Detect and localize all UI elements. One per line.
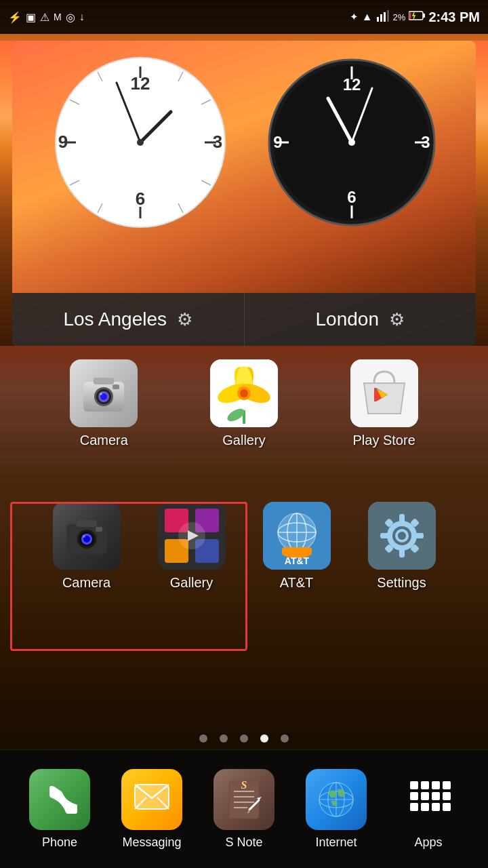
status-icons-right: ✦ ▲ 2% 2:43 PM (350, 9, 480, 25)
status-bar: ⚡ ▣ ⚠ M ◎ ↓ ✦ ▲ 2% 2:43 PM (0, 0, 488, 34)
svg-text:9: 9 (273, 133, 282, 151)
svg-rect-131 (432, 792, 440, 800)
gallery-dark-label: Gallery (170, 575, 213, 591)
svg-text:6: 6 (135, 189, 144, 209)
usb-icon: ⚡ (8, 11, 22, 24)
svg-point-40 (348, 139, 355, 146)
att-icon[interactable]: AT&T (263, 502, 331, 570)
wifi-icon: ▲ (362, 11, 373, 23)
play-store-icon[interactable] (350, 359, 418, 427)
svg-rect-43 (94, 378, 114, 384)
svg-rect-126 (421, 781, 429, 789)
page-dot-5[interactable] (281, 734, 289, 743)
status-icons-left: ⚡ ▣ ⚠ M ◎ ↓ (8, 11, 85, 24)
clock-labels: Los Angeles ⚙ London ⚙ (12, 293, 476, 346)
page-dot-2[interactable] (220, 734, 228, 743)
alert-icon: ⚠ (40, 11, 49, 24)
clock-los-angeles[interactable]: 12 3 6 9 (52, 54, 228, 231)
svg-point-103 (398, 532, 406, 540)
settings-icon[interactable] (368, 502, 436, 570)
app-gallery-dark[interactable]: Gallery (158, 502, 226, 591)
snote-icon[interactable]: S (214, 769, 274, 830)
svg-text:AT&T: AT&T (284, 555, 309, 566)
download-icon: ↓ (79, 11, 85, 23)
camera-dark-icon[interactable] (53, 502, 121, 570)
svg-rect-133 (410, 803, 418, 811)
app-camera-light[interactable]: Camera (70, 359, 138, 448)
svg-rect-0 (377, 17, 379, 22)
svg-rect-96 (380, 533, 390, 538)
svg-text:12: 12 (130, 73, 150, 94)
page-dot-4[interactable] (260, 734, 268, 743)
svg-rect-95 (399, 548, 405, 557)
status-time: 2:43 PM (428, 9, 480, 25)
clocks-container: 12 3 6 9 (12, 54, 476, 231)
dock-messaging[interactable]: Messaging (121, 769, 182, 850)
page-dot-1[interactable] (199, 734, 207, 743)
svg-rect-89 (282, 547, 312, 555)
gallery-light-icon[interactable] (210, 359, 278, 427)
apps-icon[interactable] (398, 769, 459, 830)
gmail-icon: M (54, 12, 62, 22)
internet-label: Internet (315, 835, 357, 850)
clock-label-london-text: London (316, 309, 379, 330)
clock-london[interactable]: 12 3 6 9 (267, 58, 436, 227)
dock-apps[interactable]: Apps (398, 769, 459, 850)
svg-rect-132 (443, 792, 451, 800)
sd-icon: ▣ (26, 11, 36, 24)
gallery-dark-icon[interactable] (158, 502, 226, 570)
svg-rect-5 (423, 14, 425, 18)
svg-text:3: 3 (421, 133, 430, 151)
app-play-store[interactable]: Play Store (350, 359, 418, 448)
messaging-icon[interactable] (121, 769, 182, 830)
app-camera-dark[interactable]: Camera (53, 502, 121, 591)
clock-label-la-text: Los Angeles (63, 309, 167, 330)
bluetooth-icon: ✦ (350, 11, 359, 23)
svg-rect-3 (387, 10, 389, 22)
svg-rect-67 (77, 520, 97, 527)
app-att[interactable]: AT&T AT&T (263, 502, 331, 591)
svg-text:9: 9 (58, 132, 67, 152)
page-dot-3[interactable] (240, 734, 248, 743)
svg-rect-128 (443, 781, 451, 789)
svg-rect-6 (410, 13, 411, 19)
svg-rect-94 (399, 514, 405, 524)
sync-icon: ◎ (66, 11, 75, 24)
phone-label: Phone (42, 835, 77, 850)
settings-label: Settings (377, 575, 426, 591)
svg-rect-136 (443, 803, 451, 811)
phone-icon[interactable] (29, 769, 90, 830)
clock-label-la[interactable]: Los Angeles ⚙ (12, 293, 245, 346)
clock-settings-icon-la[interactable]: ⚙ (177, 309, 192, 330)
clock-settings-icon-london[interactable]: ⚙ (389, 309, 405, 330)
svg-rect-49 (113, 384, 119, 389)
camera-light-icon[interactable] (70, 359, 138, 427)
clock-label-london[interactable]: London ⚙ (245, 293, 476, 346)
app-settings[interactable]: Settings (368, 502, 436, 591)
svg-rect-125 (410, 781, 418, 789)
dock-phone[interactable]: Phone (29, 769, 90, 850)
svg-text:S: S (241, 779, 247, 791)
att-label: AT&T (280, 575, 314, 591)
play-store-label: Play Store (353, 433, 415, 448)
battery-icon (409, 11, 425, 23)
app-gallery-light[interactable]: Gallery (210, 359, 278, 448)
clock-widget: 12 3 6 9 (12, 41, 476, 346)
svg-text:3: 3 (212, 132, 222, 152)
apps-row2: Camera Gallery (0, 502, 488, 591)
internet-icon[interactable] (306, 769, 367, 830)
gallery-light-label: Gallery (222, 433, 265, 448)
svg-point-72 (83, 535, 85, 538)
camera-dark-label: Camera (62, 575, 110, 591)
signal-icon (376, 9, 390, 25)
messaging-label: Messaging (122, 835, 181, 850)
svg-point-48 (100, 393, 102, 395)
dock-snote[interactable]: S S Note (214, 769, 274, 850)
svg-rect-135 (432, 803, 440, 811)
dock-internet[interactable]: Internet (306, 769, 367, 850)
svg-rect-2 (384, 12, 386, 22)
svg-text:6: 6 (347, 188, 356, 206)
apps-row1: Camera Gallery (0, 359, 488, 448)
page-dots (0, 734, 488, 743)
battery-percentage: 2% (393, 12, 406, 22)
